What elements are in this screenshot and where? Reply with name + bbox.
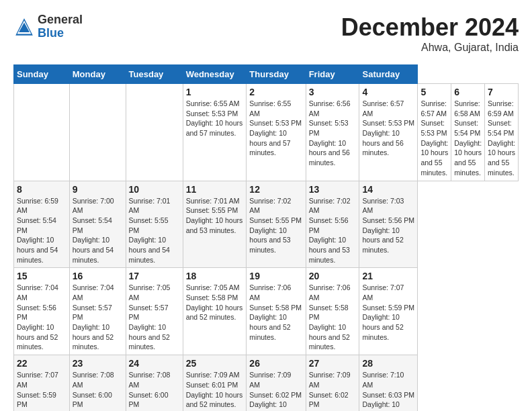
day-info: Sunrise: 7:02 AMSunset: 5:55 PMDaylight:…	[249, 197, 302, 254]
calendar-cell: 5Sunrise: 6:57 AMSunset: 5:53 PMDaylight…	[418, 84, 451, 181]
calendar-cell: 19Sunrise: 7:06 AMSunset: 5:58 PMDayligh…	[247, 268, 306, 355]
day-number: 22	[17, 358, 66, 369]
calendar-table: Sunday Monday Tuesday Wednesday Thursday…	[13, 64, 519, 411]
day-info: Sunrise: 7:07 AMSunset: 5:59 PMDaylight:…	[362, 283, 414, 340]
header-tuesday: Tuesday	[126, 65, 183, 84]
day-number: 10	[129, 184, 180, 195]
calendar-week-3: 15Sunrise: 7:04 AMSunset: 5:56 PMDayligh…	[14, 268, 519, 355]
month-title: December 2024	[341, 13, 519, 42]
calendar-week-4: 22Sunrise: 7:07 AMSunset: 5:59 PMDayligh…	[14, 355, 519, 411]
day-info: Sunrise: 7:06 AMSunset: 5:58 PMDaylight:…	[309, 283, 351, 351]
logo-general-text: General	[38, 13, 83, 27]
day-number: 15	[17, 271, 66, 281]
day-number: 28	[362, 358, 414, 369]
location: Ahwa, Gujarat, India	[341, 42, 519, 54]
day-info: Sunrise: 7:05 AMSunset: 5:58 PMDaylight:…	[186, 283, 243, 321]
calendar-cell: 10Sunrise: 7:01 AMSunset: 5:55 PMDayligh…	[126, 181, 183, 268]
logo-icon	[13, 16, 35, 38]
day-info: Sunrise: 7:00 AMSunset: 5:54 PMDaylight:…	[73, 197, 114, 264]
calendar-cell: 15Sunrise: 7:04 AMSunset: 5:56 PMDayligh…	[14, 268, 70, 355]
day-info: Sunrise: 7:01 AMSunset: 5:55 PMDaylight:…	[129, 197, 171, 264]
calendar-header-row: Sunday Monday Tuesday Wednesday Thursday…	[14, 65, 519, 84]
day-info: Sunrise: 7:06 AMSunset: 5:58 PMDaylight:…	[249, 283, 302, 340]
calendar-cell: 26Sunrise: 7:09 AMSunset: 6:02 PMDayligh…	[247, 355, 306, 411]
day-info: Sunrise: 6:57 AMSunset: 5:53 PMDaylight:…	[362, 99, 414, 156]
calendar-cell: 21Sunrise: 7:07 AMSunset: 5:59 PMDayligh…	[359, 268, 418, 355]
day-number: 7	[488, 87, 515, 97]
calendar-cell: 8Sunrise: 6:59 AMSunset: 5:54 PMDaylight…	[14, 181, 70, 268]
day-info: Sunrise: 6:58 AMSunset: 5:54 PMDaylight:…	[454, 99, 482, 177]
calendar-cell: 12Sunrise: 7:02 AMSunset: 5:55 PMDayligh…	[247, 181, 306, 268]
calendar-cell: 3Sunrise: 6:56 AMSunset: 5:53 PMDaylight…	[306, 84, 359, 181]
calendar-cell: 17Sunrise: 7:05 AMSunset: 5:57 PMDayligh…	[126, 268, 183, 355]
calendar-cell: 14Sunrise: 7:03 AMSunset: 5:56 PMDayligh…	[359, 181, 418, 268]
day-info: Sunrise: 6:57 AMSunset: 5:53 PMDaylight:…	[420, 99, 448, 177]
logo-blue-text: Blue	[38, 27, 83, 40]
day-number: 11	[186, 184, 244, 195]
header-thursday: Thursday	[247, 65, 306, 84]
calendar-cell: 7Sunrise: 6:59 AMSunset: 5:54 PMDaylight…	[485, 84, 519, 181]
day-number: 2	[249, 87, 302, 97]
day-info: Sunrise: 6:59 AMSunset: 5:54 PMDaylight:…	[488, 99, 515, 177]
calendar-cell: 22Sunrise: 7:07 AMSunset: 5:59 PMDayligh…	[14, 355, 70, 411]
day-number: 6	[454, 87, 482, 97]
day-info: Sunrise: 6:55 AMSunset: 5:53 PMDaylight:…	[249, 99, 302, 156]
day-number: 26	[249, 358, 302, 369]
day-info: Sunrise: 7:09 AMSunset: 6:01 PMDaylight:…	[186, 371, 243, 408]
calendar-cell	[14, 84, 70, 181]
title-block: December 2024 Ahwa, Gujarat, India	[341, 13, 519, 54]
calendar-cell: 6Sunrise: 6:58 AMSunset: 5:54 PMDaylight…	[451, 84, 485, 181]
calendar-cell: 11Sunrise: 7:01 AMSunset: 5:55 PMDayligh…	[183, 181, 247, 268]
day-number: 24	[129, 358, 180, 369]
day-info: Sunrise: 7:03 AMSunset: 5:56 PMDaylight:…	[362, 197, 414, 254]
calendar-cell: 24Sunrise: 7:08 AMSunset: 6:00 PMDayligh…	[126, 355, 183, 411]
day-info: Sunrise: 7:04 AMSunset: 5:57 PMDaylight:…	[73, 283, 114, 351]
calendar-week-1: 1Sunrise: 6:55 AMSunset: 5:53 PMDaylight…	[14, 84, 519, 181]
day-number: 19	[249, 271, 302, 281]
day-number: 4	[362, 87, 414, 97]
day-number: 14	[362, 184, 414, 195]
day-info: Sunrise: 6:55 AMSunset: 5:53 PMDaylight:…	[186, 99, 243, 137]
day-info: Sunrise: 7:09 AMSunset: 6:02 PMDaylight:…	[309, 371, 351, 411]
calendar-cell	[126, 84, 183, 181]
calendar-cell: 20Sunrise: 7:06 AMSunset: 5:58 PMDayligh…	[306, 268, 359, 355]
day-number: 17	[129, 271, 180, 281]
header-monday: Monday	[69, 65, 126, 84]
day-number: 12	[249, 184, 302, 195]
page-header: General Blue December 2024 Ahwa, Gujarat…	[13, 13, 519, 54]
header-saturday: Saturday	[359, 65, 418, 84]
logo: General Blue	[13, 13, 83, 40]
day-number: 3	[309, 87, 357, 97]
header-wednesday: Wednesday	[183, 65, 247, 84]
day-info: Sunrise: 7:08 AMSunset: 6:00 PMDaylight:…	[73, 371, 114, 411]
day-number: 9	[73, 184, 123, 195]
calendar-week-2: 8Sunrise: 6:59 AMSunset: 5:54 PMDaylight…	[14, 181, 519, 268]
calendar-cell: 13Sunrise: 7:02 AMSunset: 5:56 PMDayligh…	[306, 181, 359, 268]
calendar-cell: 28Sunrise: 7:10 AMSunset: 6:03 PMDayligh…	[359, 355, 418, 411]
header-friday: Friday	[306, 65, 359, 84]
day-number: 5	[420, 87, 448, 97]
calendar-cell: 16Sunrise: 7:04 AMSunset: 5:57 PMDayligh…	[69, 268, 126, 355]
day-number: 20	[309, 271, 357, 281]
day-number: 8	[17, 184, 66, 195]
day-info: Sunrise: 7:02 AMSunset: 5:56 PMDaylight:…	[309, 197, 351, 264]
calendar-cell	[69, 84, 126, 181]
calendar-cell: 23Sunrise: 7:08 AMSunset: 6:00 PMDayligh…	[69, 355, 126, 411]
day-number: 27	[309, 358, 357, 369]
day-number: 23	[73, 358, 123, 369]
day-number: 13	[309, 184, 357, 195]
day-number: 25	[186, 358, 244, 369]
logo-text: General Blue	[38, 13, 83, 40]
day-info: Sunrise: 7:08 AMSunset: 6:00 PMDaylight:…	[129, 371, 171, 411]
day-info: Sunrise: 7:07 AMSunset: 5:59 PMDaylight:…	[17, 371, 58, 411]
day-info: Sunrise: 7:09 AMSunset: 6:02 PMDaylight:…	[249, 371, 302, 411]
calendar-cell: 9Sunrise: 7:00 AMSunset: 5:54 PMDaylight…	[69, 181, 126, 268]
day-info: Sunrise: 7:04 AMSunset: 5:56 PMDaylight:…	[17, 283, 58, 351]
day-info: Sunrise: 7:01 AMSunset: 5:55 PMDaylight:…	[186, 197, 243, 234]
calendar-cell: 4Sunrise: 6:57 AMSunset: 5:53 PMDaylight…	[359, 84, 418, 181]
header-sunday: Sunday	[14, 65, 70, 84]
day-number: 16	[73, 271, 123, 281]
day-info: Sunrise: 6:56 AMSunset: 5:53 PMDaylight:…	[309, 99, 351, 167]
day-number: 1	[186, 87, 244, 97]
day-info: Sunrise: 6:59 AMSunset: 5:54 PMDaylight:…	[17, 197, 58, 264]
